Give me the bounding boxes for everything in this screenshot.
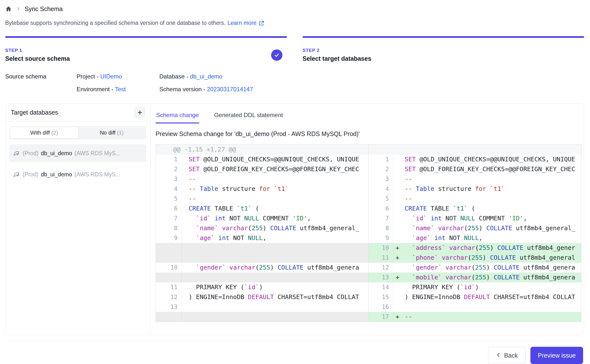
footer: Back Preview issue [5, 340, 584, 364]
home-icon[interactable] [5, 6, 12, 12]
diff-placeholder-row [156, 312, 368, 322]
schema-diff[interactable]: @@ -1,15 +1,27 @@1SET @OLD_UNIQUE_CHECKS… [156, 144, 581, 322]
diff-line-number: 13 [156, 302, 182, 312]
diff-placeholder-row [156, 243, 368, 253]
diff-code-row: 4-- Table structure for `t1` [369, 184, 581, 194]
diff-code-row: 12 `gender` varchar(255) COLLATE utf8mb4… [369, 263, 581, 273]
target-diff-tabs: With diff (2)No diff (1) [9, 126, 147, 139]
diff-code-row: 13+ `mobile` varchar(255) COLLATE utf8mb… [369, 273, 581, 282]
diff-line-number: 14 [369, 282, 393, 292]
diff-code-row: 6CREATE TABLE `t1` ( [156, 204, 368, 213]
add-target-database-button[interactable]: + [134, 107, 146, 118]
diff-add-marker [393, 292, 404, 302]
diff-code-text: -- Table structure for `t1` [404, 184, 581, 194]
tab-count: (2) [51, 130, 58, 136]
diff-add-marker [393, 223, 404, 233]
tab-schema-change[interactable]: Schema change [156, 110, 199, 123]
diff-code-row: 5-- [156, 194, 368, 204]
diff-code-text: `mobile` varchar(255) COLLATE utf8mb4_ge… [404, 273, 581, 282]
db-environment: (Prod) [23, 171, 38, 178]
diff-code-row: 7 `id` int NOT NULL COMMENT 'ID', [156, 213, 368, 223]
preview-issue-button[interactable]: Preview issue [530, 347, 583, 364]
diff-add-marker [393, 154, 404, 164]
diff-line-number: 1 [369, 154, 393, 164]
wizard-steps: STEP 1 Select source schema STEP 2 Selec… [5, 36, 584, 62]
diff-code-row: 9 `age` int NOT NULL, [156, 233, 368, 243]
diff-code-text: -- [404, 194, 581, 204]
diff-line-number: 11 [369, 253, 393, 263]
external-link-icon [259, 20, 264, 26]
target-database-item[interactable]: (Prod)db_ui_demo(AWS RDS MyS... [9, 166, 147, 183]
diff-line-number: 15 [369, 292, 393, 302]
diff-line-number [156, 243, 182, 253]
diff-code-row: 5-- [369, 194, 581, 204]
diff-code-text: -- Table structure for `t1` [182, 184, 368, 194]
diff-line-number: 4 [156, 184, 182, 194]
diff-left-pane: @@ -1,15 +1,27 @@1SET @OLD_UNIQUE_CHECKS… [156, 145, 369, 322]
diff-code-text: `gender` varchar(255) COLLATE utf8mb4_ge… [404, 263, 581, 273]
target-databases-panel: Target databases + With diff (2)No diff … [5, 104, 151, 335]
diff-line-number: 7 [156, 213, 182, 223]
diff-code-row: 17+-- [369, 312, 581, 322]
schema-version-link[interactable]: 20230317014147 [207, 86, 253, 92]
chevron-left-icon [496, 352, 501, 359]
diff-code-text [182, 253, 368, 263]
diff-code-text: SET @OLD_FOREIGN_KEY_CHECKS=@@FOREIGN_KE… [182, 164, 368, 174]
diff-code-text [182, 312, 368, 322]
page-description: Bytebase supports synchronizing a specif… [5, 20, 584, 26]
back-button[interactable]: Back [488, 347, 525, 364]
diff-line-number: 9 [156, 233, 182, 243]
diff-code-text: -- [182, 194, 368, 204]
diff-code-text: `age` int NOT NULL, [404, 233, 581, 243]
step-2: STEP 2 Select target databases [303, 36, 584, 62]
diff-line-number: 3 [369, 174, 393, 184]
source-schema-label: Source schema [5, 73, 77, 80]
target-database-list: (Prod)db_ui_demo(AWS RDS MyS...(Prod)db_… [5, 139, 150, 192]
diff-code-text [182, 273, 368, 282]
diff-code-row: 8 `name` varchar(255) COLLATE utf8mb4_ge… [156, 223, 368, 233]
diff-code-row: 14 PRIMARY KEY (`id`) [369, 282, 581, 292]
tab-with-diff[interactable]: With diff (2) [10, 127, 78, 138]
diff-placeholder-row [156, 273, 368, 282]
diff-line-number: 4 [369, 184, 393, 194]
diff-code-text: ) ENGINE=InnoDB DEFAULT CHARSET=utf8mb4 … [182, 292, 368, 302]
diff-placeholder-row [156, 253, 368, 263]
diff-code-text: `phone` varchar(255) COLLATE utf8mb4_gen… [404, 253, 581, 263]
step-1-progress-bar [5, 36, 287, 38]
diff-right-pane: 1SET @OLD_UNIQUE_CHECKS=@@UNIQUE_CHECKS,… [369, 145, 581, 322]
diff-line-number: 6 [156, 204, 182, 213]
diff-line-number: 6 [369, 204, 393, 213]
diff-code-text: `address` varchar(255) COLLATE utf8mb4_g… [404, 243, 581, 253]
diff-code-row: 1SET @OLD_UNIQUE_CHECKS=@@UNIQUE_CHECKS,… [369, 154, 581, 164]
diff-code-text: -- [182, 174, 368, 184]
tab-no-diff[interactable]: No diff (1) [78, 127, 146, 138]
diff-add-marker: + [393, 243, 404, 253]
diff-hunk-header: @@ -1,15 +1,27 @@ [156, 145, 368, 154]
diff-code-row: 9 `age` int NOT NULL, [369, 233, 581, 243]
diff-code-row: 15) ENGINE=InnoDB DEFAULT CHARSET=utf8mb… [369, 292, 581, 302]
step-2-progress-bar [303, 36, 584, 38]
diff-line-number: 2 [156, 164, 182, 174]
learn-more-link[interactable]: Learn more [228, 20, 264, 26]
step-1-title: Select source schema [5, 55, 70, 62]
tab-generated-ddl-statement[interactable]: Generated DDL statement [213, 110, 283, 123]
database-link[interactable]: db_ui_demo [190, 73, 222, 80]
diff-code-text: SET @OLD_UNIQUE_CHECKS=@@UNIQUE_CHECKS, … [404, 154, 581, 164]
environment-field: Environment - Test [77, 86, 159, 93]
diff-line-number: 13 [369, 273, 393, 282]
diff-code-text: CREATE TABLE `t1` ( [182, 204, 368, 213]
target-database-item[interactable]: (Prod)db_ui_demo(AWS RDS MyS... [9, 144, 147, 162]
diff-code-text: -- [404, 312, 581, 322]
diff-line-number: 9 [369, 233, 393, 243]
diff-add-marker [393, 184, 404, 194]
diff-line-number [156, 312, 182, 322]
breadcrumb: Sync Schema [5, 3, 584, 14]
diff-add-marker [393, 233, 404, 243]
diff-line-number: 8 [156, 223, 182, 233]
preview-title: Preview Schema change for 'db_ui_demo (P… [156, 130, 581, 137]
diff-code-row: 10 `gender` varchar(255) COLLATE utf8mb4… [156, 263, 368, 273]
diff-code-row: 13 [156, 302, 368, 312]
project-link[interactable]: UIDemo [100, 73, 122, 80]
environment-link[interactable]: Test [115, 86, 126, 92]
plus-icon: + [138, 108, 142, 116]
